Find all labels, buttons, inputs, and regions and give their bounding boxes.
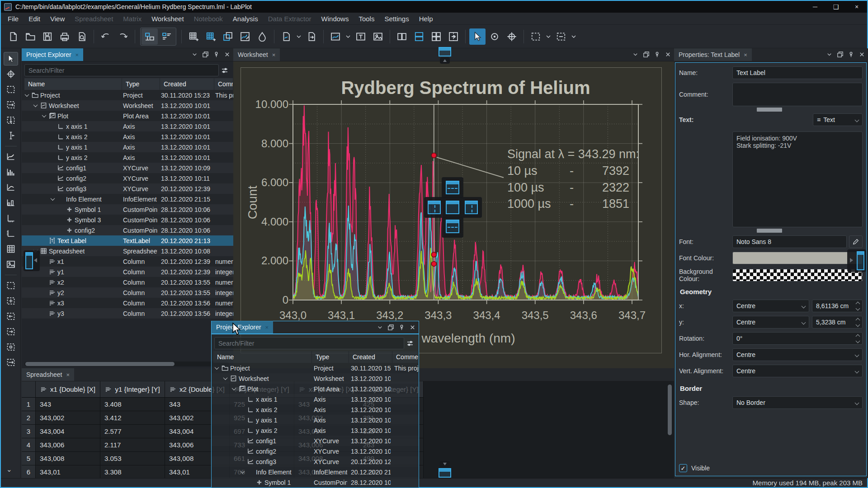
layout-break-button[interactable] [445,28,462,45]
floating-column-headers[interactable]: NameTypeCreatedCommen [213,351,419,363]
add-axis-2-tool-icon[interactable] [4,227,18,240]
comment-field[interactable] [732,83,863,106]
float-dock-icon[interactable] [387,324,394,333]
zoom-y-select-tool-icon[interactable] [4,113,18,127]
tree-row-config2[interactable]: config2XYCurve13.12.2020 10:11 [22,173,233,183]
menu-settings[interactable]: Settings [379,13,414,25]
sheet-column-header[interactable]: y1 {Integer} [Y] [100,381,165,398]
dock-edge-left-indicator-icon[interactable] [25,252,33,269]
tab-worksheet[interactable]: Worksheet× [233,48,280,61]
y-anchor-select[interactable]: Centre [732,316,809,328]
column-header-name[interactable]: Name [213,351,312,363]
rotation-spinbox[interactable]: 0° [732,332,863,345]
expander-chevron-icon[interactable] [33,103,38,107]
menu-help[interactable]: Help [414,13,438,25]
close-dock-icon[interactable] [859,51,865,60]
row-number[interactable]: 1 [22,398,36,411]
sheet-cell[interactable]: 3.308 [100,465,165,479]
row-number[interactable]: 3 [22,425,36,438]
expander-chevron-icon[interactable] [25,92,29,97]
new-worksheet-button[interactable] [278,28,294,45]
row-number[interactable]: 5 [22,452,36,465]
spreadsheet-vscrollbar[interactable] [667,384,672,474]
tab-project-explorer-floating[interactable]: Project Explorer× [212,321,273,333]
add-histogram-tool-icon[interactable] [4,165,18,179]
tree-row-x1[interactable]: x1Column20.12.2020 12:39numerical [22,256,233,267]
tree-row-config2[interactable]: config2CustomPoint28.12.2020 10:06 [22,225,233,235]
name-field[interactable]: Text Label [732,66,863,79]
dock-menu-caret-icon[interactable] [377,324,383,333]
dock-menu-caret-icon[interactable] [826,51,833,60]
column-header-commen[interactable]: Commen [214,78,233,90]
column-header-created[interactable]: Created [160,78,214,90]
tree-row-x3[interactable]: x3Column20.12.2020 13:56numerical [22,298,233,308]
sheet-cell[interactable]: 343,008 [36,452,100,465]
splitter-grip[interactable] [757,108,782,112]
print-preview-button[interactable] [74,28,90,45]
splitter-grip[interactable] [757,229,782,233]
cursor-line-tool-icon[interactable] [4,129,18,142]
dock-edge-right-indicator-icon[interactable] [857,251,864,270]
tree-row-y2[interactable]: y2Column20.12.2020 13:55integer da [22,287,233,298]
tree-row-x-axis-2[interactable]: x axis 2Axis13.12.2020 10:01 [22,131,233,142]
new-datapicker-button[interactable] [237,28,253,45]
float-dock-icon[interactable] [837,51,844,60]
close-tab-icon[interactable]: × [272,52,276,58]
menu-windows[interactable]: Windows [316,13,354,25]
tree-row-config1[interactable]: config1XYCurve13.12.2020 10:09 [212,436,419,446]
column-header-created[interactable]: Created [349,351,392,363]
zoom-fit-tool-icon[interactable] [4,294,18,308]
add-text-label-button[interactable] [353,28,369,45]
export-button[interactable] [303,28,320,45]
column-header-type[interactable]: Type [312,351,349,363]
tree-row-x-axis-1[interactable]: x axis 1Axis13.12.2020 10:01 [212,394,419,404]
sheet-cell[interactable]: 343,01 [36,465,100,479]
expander-chevron-icon[interactable] [241,469,245,474]
text-mode-select[interactable]: ≡Text [813,113,863,126]
pin-dock-icon[interactable] [398,324,405,333]
tile-windows-button[interactable] [142,28,158,45]
filter-options-icon[interactable] [404,337,416,349]
zoom-in-region-tool-icon[interactable] [4,279,18,292]
tree-row-y3[interactable]: y3Column20.12.2020 13:56integer da [22,308,233,319]
new-workbook-button[interactable] [220,28,236,45]
worksheet-menu-caret[interactable] [295,28,302,45]
tree-row-config3[interactable]: config3XYCurve20.12.2020 12:39 [22,183,233,194]
tree-row-symbol-1[interactable]: Symbol 1CustomPoint28.12.2020 10:06 [22,204,233,215]
x-anchor-select[interactable]: Centre [732,300,809,312]
dock-bottom-indicator-icon[interactable] [446,220,459,233]
crosshair-tool-icon[interactable] [4,67,18,81]
menu-edit[interactable]: Edit [24,13,45,25]
tree-row-info-element[interactable]: Info ElementInfoElement20.12.2020 21:15 [22,194,233,204]
redo-button[interactable] [115,28,131,45]
tab-properties-text-label[interactable]: Properties: Text Label× [674,48,752,61]
hor-alignment-select[interactable]: Centre [732,348,863,361]
tab-spreadsheet[interactable]: Spreadsheet× [22,368,74,381]
layout-horizontal-button[interactable] [394,28,410,45]
row-number[interactable]: 4 [22,438,36,452]
tree-row-worksheet[interactable]: WorksheetWorksheet13.12.2020 10:01 [212,373,419,384]
filter-options-icon[interactable] [219,64,231,76]
open-project-button[interactable] [22,28,38,45]
undo-button[interactable] [98,28,114,45]
scale-auto-tool-icon[interactable] [4,340,18,354]
sheet-cell[interactable]: 3.053 [100,452,165,465]
sheet-cell[interactable]: 343,004 [36,425,100,438]
pin-dock-icon[interactable] [654,51,660,60]
tree-row-worksheet[interactable]: WorksheetWorksheet13.12.2020 10:01 [22,100,233,111]
add-legend-tool-icon[interactable] [4,242,18,256]
add-axis-tool-icon[interactable] [4,211,18,225]
dock-edge-top-indicator-icon[interactable] [439,47,451,56]
close-button[interactable]: × [846,1,867,13]
list-windows-button[interactable] [159,28,175,45]
tree-row-project[interactable]: ProjectProject30.11.2020 15:23This proje [212,363,419,373]
menu-worksheet[interactable]: Worksheet [146,13,189,25]
tree-row-symbol-3[interactable]: Symbol 3CustomPoint28.12.2020 10:06 [22,215,233,225]
sheet-cell[interactable]: 2.117 [100,438,165,452]
close-tab-icon[interactable]: × [744,52,747,58]
layout-vertical-button[interactable] [411,28,427,45]
dock-center-indicator-icon[interactable] [446,201,459,214]
sheet-cell[interactable]: 343 [36,398,100,411]
tree-row-plot[interactable]: PlotPlot Area13.12.2020 10:01 [212,384,419,394]
dock-edge-bottom-indicator-icon[interactable] [439,468,451,478]
